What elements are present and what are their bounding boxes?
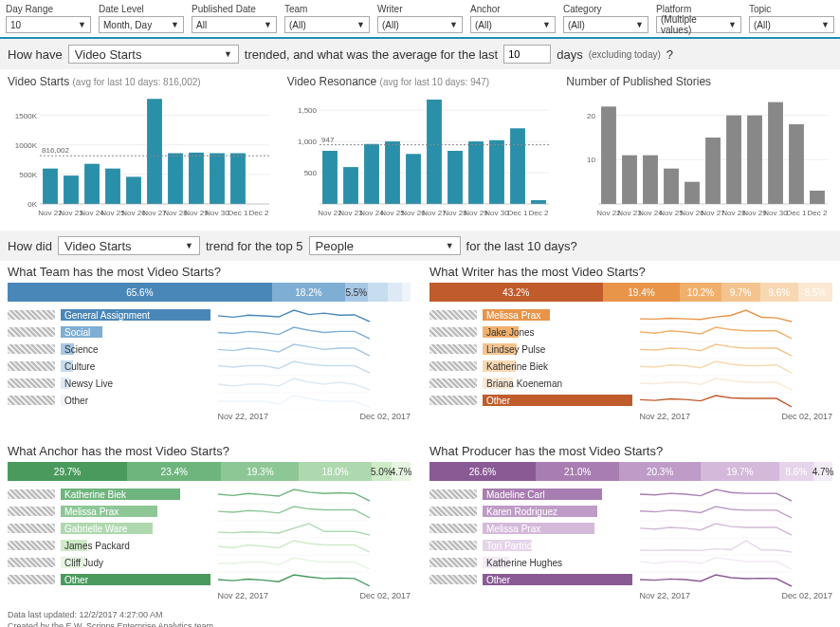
filter-platform: Platform(Multiple values)▼ [656, 4, 741, 33]
svg-rect-44 [427, 100, 442, 204]
rank-label: Karen Rodriguez [483, 507, 557, 517]
stack-segment[interactable]: 5.5% [345, 283, 367, 302]
stack-segment[interactable]: 43.2% [429, 283, 603, 302]
rank-row[interactable]: Melissa Prax [429, 521, 632, 536]
filter-topic-select[interactable]: (All)▼ [749, 16, 834, 33]
stack-segment[interactable] [368, 283, 388, 302]
rank-label: Social [61, 327, 90, 338]
stack-segment[interactable]: 19.3% [221, 462, 299, 481]
writer-sparklines[interactable] [640, 307, 792, 410]
rank-row[interactable]: Cliff Judy [8, 555, 210, 570]
rank-row[interactable]: Newsy Live [8, 376, 210, 391]
stack-segment[interactable]: 29.7% [8, 462, 127, 481]
filter-bar: Day Range10▼ Date LevelMonth, Day▼ Publi… [0, 0, 840, 39]
rank-row[interactable]: Other [8, 572, 210, 587]
rank-row[interactable]: Science [8, 341, 210, 357]
anchor-sparklines[interactable] [218, 487, 370, 589]
anchor-rank: Katherine BiekMelissa PraxGabrielle Ware… [8, 487, 210, 600]
rank-row[interactable]: Other [8, 393, 210, 408]
rank-label: Tori Partridge [483, 541, 542, 551]
metric-select-2[interactable]: Video Starts▼ [58, 236, 200, 255]
rank-row[interactable]: Lindsey Pulse [429, 341, 632, 357]
svg-text:Dec 2: Dec 2 [808, 209, 828, 217]
anchor-stackbar[interactable]: 29.7%23.4%19.3%18.0%5.0%4.7% [8, 462, 411, 481]
chart-video-resonance-svg[interactable]: 5001,0001,500947Nov 22Nov 23Nov 24Nov 25… [287, 92, 553, 225]
stack-segment[interactable]: 9.7% [721, 283, 760, 302]
chevron-down-icon: ▼ [264, 20, 272, 29]
producer-stackbar[interactable]: 26.6%21.0%20.3%19.7%8.6%4.7% [429, 462, 832, 481]
rank-row[interactable]: Katherine Hughes [429, 555, 632, 570]
rank-row[interactable]: Culture [8, 359, 210, 374]
stack-segment[interactable]: 19.7% [701, 462, 779, 481]
filter-category-select[interactable]: (All)▼ [563, 16, 648, 33]
obfuscated-value [8, 541, 55, 550]
stack-segment[interactable]: 19.4% [603, 283, 681, 302]
stack-segment[interactable]: 4.7% [392, 462, 411, 481]
rank-row[interactable]: Other [429, 572, 632, 587]
rank-row[interactable]: James Packard [8, 538, 210, 553]
obfuscated-value [429, 396, 477, 405]
rank-row[interactable]: Katherine Biek [429, 359, 632, 374]
chevron-down-icon: ▼ [356, 20, 365, 29]
rank-row[interactable]: Tori Partridge [429, 538, 632, 553]
stack-segment[interactable]: 18.2% [272, 283, 345, 302]
rank-row[interactable]: Social [8, 324, 210, 340]
stack-segment[interactable]: 5.0% [372, 462, 392, 481]
rank-label: Lindsey Pulse [483, 344, 545, 355]
days-input[interactable] [503, 45, 551, 64]
obfuscated-value [8, 327, 55, 337]
svg-text:Nov 30: Nov 30 [484, 209, 509, 217]
producer-sparklines[interactable] [640, 487, 792, 589]
stack-segment[interactable]: 8.6% [779, 462, 813, 481]
rank-row[interactable]: Katherine Biek [8, 487, 210, 502]
group-select[interactable]: People▼ [309, 236, 461, 255]
stack-segment[interactable]: 65.6% [8, 283, 272, 302]
stack-segment[interactable] [388, 283, 402, 302]
stack-segment[interactable]: 10.2% [680, 283, 721, 302]
rank-row[interactable]: Gabrielle Ware [8, 521, 210, 536]
panel-team: What Team has the most Video Starts? 65.… [8, 261, 411, 421]
rank-row[interactable]: Melissa Prax [8, 504, 210, 519]
writer-stackbar[interactable]: 43.2%19.4%10.2%9.7%9.6%8.5% [429, 283, 832, 302]
filter-writer: Writer(All)▼ [377, 4, 463, 33]
rank-label: Katherine Biek [61, 489, 126, 500]
filter-team-select[interactable]: (All)▼ [284, 16, 370, 33]
stack-segment[interactable]: 18.0% [299, 462, 371, 481]
stack-segment[interactable]: 26.6% [429, 462, 536, 481]
stack-segment[interactable]: 23.4% [127, 462, 221, 481]
panel-anchor-title: What Anchor has the most Video Starts? [8, 444, 411, 458]
stack-segment[interactable]: 4.7% [813, 462, 832, 481]
filter-day-range-select[interactable]: 10▼ [6, 16, 91, 33]
metric-select[interactable]: Video Starts▼ [68, 45, 239, 64]
stack-segment[interactable]: 20.3% [619, 462, 700, 481]
filter-anchor-select[interactable]: (All)▼ [470, 16, 556, 33]
stack-segment[interactable] [402, 283, 411, 302]
filter-platform-select[interactable]: (Multiple values)▼ [656, 16, 741, 33]
rank-row[interactable]: General Assignment [8, 307, 210, 323]
obfuscated-value [429, 524, 477, 533]
rank-label: Melissa Prax [61, 507, 119, 517]
stack-segment[interactable]: 21.0% [536, 462, 619, 481]
chart-video-starts-svg[interactable]: 0K500K1000K1500K816,002Nov 22Nov 23Nov 2… [8, 92, 273, 225]
filter-writer-select[interactable]: (All)▼ [377, 16, 463, 33]
obfuscated-value [8, 396, 55, 405]
rank-label: General Assignment [61, 310, 150, 321]
q1-prefix: How have [8, 47, 63, 62]
rank-label: Other [483, 575, 510, 585]
team-stackbar[interactable]: 65.6%18.2%5.5% [8, 283, 411, 302]
stack-segment[interactable]: 9.6% [760, 283, 799, 302]
team-sparklines[interactable] [218, 307, 370, 410]
rank-row[interactable]: Jake Jones [429, 324, 632, 340]
rank-row[interactable]: Madeline Carl [429, 487, 632, 502]
chart-stories-svg[interactable]: 1020Nov 22Nov 23Nov 24Nov 25Nov 26Nov 27… [566, 92, 831, 225]
svg-rect-48 [510, 128, 525, 204]
rank-row[interactable]: Karen Rodriguez [429, 504, 632, 519]
filter-published-date-select[interactable]: All▼ [192, 16, 277, 33]
obfuscated-value [8, 507, 55, 516]
rank-row[interactable]: Other [429, 393, 632, 408]
rank-row[interactable]: Melissa Prax [429, 307, 632, 323]
rank-row[interactable]: Briana Koeneman [429, 376, 632, 391]
stack-segment[interactable]: 8.5% [798, 283, 832, 302]
filter-date-level-select[interactable]: Month, Day▼ [99, 16, 184, 33]
rank-label: Other [483, 396, 510, 406]
